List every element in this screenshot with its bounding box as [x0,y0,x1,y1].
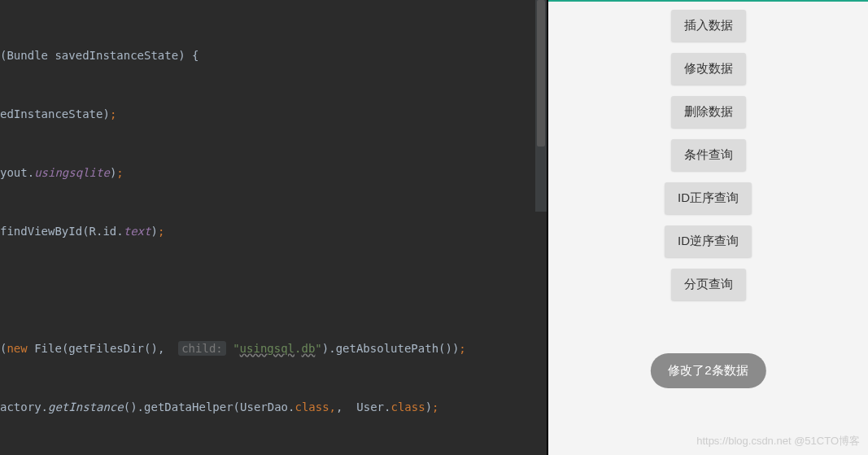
code: ) [425,400,432,413]
keyword-class: class [294,400,329,413]
string: " [315,342,321,355]
condition-query-button[interactable]: 条件查询 [671,139,746,171]
update-data-button[interactable]: 修改数据 [671,53,746,85]
code: ; [432,400,438,413]
code: ; [110,107,116,120]
code: (Bundle savedInstanceState) { [0,49,198,62]
id-desc-query-button[interactable]: ID逆序查询 [665,225,752,257]
keyword-class: class [390,400,425,413]
phone-emulator: 插入数据 修改数据 删除数据 条件查询 ID正序查询 ID逆序查询 分页查询 修… [547,0,868,455]
code: getInstance [48,400,124,413]
code: usingsqlite [34,166,110,179]
paging-query-button[interactable]: 分页查询 [671,269,746,300]
code: ; [116,166,123,179]
code: ) [150,225,157,238]
code: findViewById(R.id. [0,225,124,238]
code: actory. [0,400,48,413]
code: edInstanceState [0,107,103,120]
code: yout. [0,166,34,179]
code: ; [459,342,465,355]
ide-pane: (Bundle savedInstanceState) { edInstance… [0,0,547,455]
code: File(getFilesDir(), [28,342,165,355]
code: , User. [336,400,390,413]
id-asc-query-button[interactable]: ID正序查询 [665,182,752,214]
code: ().getDataHelper(UserDao. [124,400,295,413]
string: " [226,342,240,355]
code: ; [158,225,164,238]
code-editor[interactable]: (Bundle savedInstanceState) { edInstance… [0,0,547,455]
code: text [124,225,151,238]
button-list: 插入数据 修改数据 删除数据 条件查询 ID正序查询 ID逆序查询 分页查询 [665,10,752,300]
delete-data-button[interactable]: 删除数据 [671,96,746,128]
status-bar [548,0,868,2]
toast-message: 修改了2条数据 [650,353,765,388]
code: ) [103,107,109,120]
code: , [329,400,336,413]
string: db [301,342,315,355]
string: usingsql [240,342,294,355]
watermark: https://blog.csdn.net @51CTO博客 [696,434,860,448]
param-hint: child: [178,341,226,356]
insert-data-button[interactable]: 插入数据 [671,10,746,42]
code: ).getAbsolutePath()) [322,342,460,355]
keyword-new: new [7,342,27,355]
